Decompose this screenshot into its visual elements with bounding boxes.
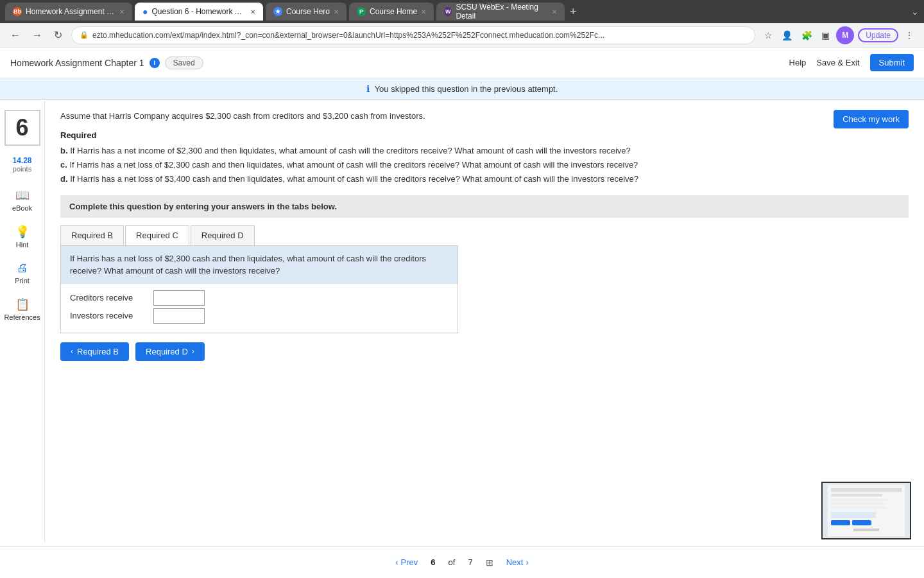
required-label: Required (60, 130, 909, 140)
thumbnail-preview (828, 485, 905, 536)
sidebar-toggle-icon[interactable]: ▣ (819, 28, 832, 43)
prev-tab-label: Required B (77, 347, 119, 356)
svg-rect-2 (831, 494, 882, 496)
part-d: d. If Harris has a net loss of $3,400 ca… (60, 172, 909, 186)
next-arrow-icon: › (192, 347, 194, 356)
svg-rect-8 (852, 520, 871, 525)
references-label: References (4, 313, 40, 321)
part-c: c. If Harris has a net loss of $2,300 ca… (60, 158, 909, 172)
info-icon[interactable]: i (150, 58, 160, 68)
prev-tab-button[interactable]: ‹ Required B (60, 342, 129, 361)
creditors-label: Creditors receive (70, 293, 153, 302)
tab1-close[interactable]: ✕ (119, 8, 124, 15)
back-button[interactable]: ← (8, 27, 23, 44)
notice-text: You skipped this question in the previou… (375, 84, 558, 94)
instruction-text: Complete this question by entering your … (69, 202, 337, 211)
svg-rect-4 (831, 503, 886, 505)
tab3-close[interactable]: ✕ (334, 8, 339, 15)
ebook-icon: 📖 (15, 188, 30, 202)
part-b: b. If Harris has a net income of $2,300 … (60, 144, 909, 158)
svg-rect-9 (853, 529, 879, 531)
tab3-icon: ★ (273, 7, 282, 16)
svg-rect-3 (831, 499, 889, 501)
tab-4[interactable]: P Course Home ✕ (349, 3, 434, 21)
print-label: Print (15, 277, 30, 285)
submit-button[interactable]: Submit (870, 54, 914, 71)
tabs-wrapper: Required B Required C Required D If Harr… (60, 225, 458, 333)
reload-button[interactable]: ↻ (51, 26, 65, 44)
question-parts: b. If Harris has a net income of $2,300 … (60, 144, 909, 186)
content-area: Check my work Assume that Harris Company… (45, 100, 924, 543)
corner-thumbnail (821, 482, 911, 539)
browser-chrome: Bb Homework Assignment Chapt... ✕ ● Ques… (0, 0, 924, 23)
help-link[interactable]: Help (789, 58, 807, 67)
profile-icon[interactable]: 👤 (779, 28, 795, 43)
investors-input[interactable] (153, 308, 205, 324)
ebook-tool[interactable]: 📖 eBook (3, 184, 42, 216)
investors-label: Investors receive (70, 311, 153, 320)
investors-row: Investors receive (70, 308, 449, 324)
tab4-label: Course Home (370, 7, 417, 16)
tabs-container: Required B Required C Required D (60, 225, 458, 246)
tab-1[interactable]: Bb Homework Assignment Chapt... ✕ (5, 3, 132, 21)
profile-button[interactable]: M (836, 26, 854, 44)
prev-arrow-icon: ‹ (71, 347, 73, 356)
tab2-close[interactable]: ✕ (250, 8, 255, 15)
tab-required-c[interactable]: Required C (125, 225, 189, 245)
menu-icon[interactable]: ⋮ (902, 28, 916, 43)
extensions-icon[interactable]: 🧩 (799, 28, 815, 43)
tabs-row: Required B Required C Required D (60, 225, 458, 245)
creditors-input[interactable] (153, 290, 205, 306)
page-total: 7 (468, 557, 472, 567)
question-number-box: 6 (4, 110, 40, 146)
question-number: 6 (15, 114, 28, 141)
prev-page-button[interactable]: ‹ Prev (395, 557, 418, 567)
saved-badge: Saved (165, 57, 203, 69)
save-exit-button[interactable]: Save & Exit (816, 58, 859, 67)
tab-3[interactable]: ★ Course Hero ✕ (266, 3, 346, 21)
ebook-label: eBook (12, 204, 32, 212)
prev-page-label: Prev (401, 557, 418, 567)
hint-icon: 💡 (15, 225, 30, 239)
tab5-label: SCSU WebEx - Meeting Detail (456, 3, 548, 21)
tab-overflow-button[interactable]: ⌄ (911, 6, 919, 17)
update-button[interactable]: Update (858, 28, 898, 42)
references-icon: 📋 (15, 297, 30, 311)
url-bar[interactable]: 🔒 ezto.mheducation.com/ext/map/index.htm… (71, 26, 755, 44)
svg-rect-1 (831, 488, 902, 492)
references-tool[interactable]: 📋 References (3, 293, 42, 325)
app-title: Homework Assignment Chapter 1 (10, 58, 144, 68)
check-work-button[interactable]: Check my work (834, 110, 909, 128)
next-page-button[interactable]: Next › (506, 557, 529, 567)
tab1-icon: Bb (13, 7, 22, 16)
tab-5[interactable]: W SCSU WebEx - Meeting Detail ✕ (436, 3, 565, 21)
app-header: Homework Assignment Chapter 1 i Saved He… (0, 48, 924, 78)
tab-2[interactable]: ● Question 6 - Homework Assig... ✕ (135, 3, 263, 21)
svg-rect-7 (831, 520, 850, 525)
tab-required-b[interactable]: Required B (60, 225, 124, 245)
hint-label: Hint (16, 241, 29, 249)
left-sidebar: 6 14.28 points 📖 eBook 💡 Hint 🖨 Print 📋 … (0, 100, 45, 543)
browser-actions: ☆ 👤 🧩 ▣ M Update ⋮ (762, 26, 916, 44)
main-layout: 6 14.28 points 📖 eBook 💡 Hint 🖨 Print 📋 … (0, 100, 924, 543)
question-intro: Assume that Harris Company acquires $2,3… (60, 110, 909, 123)
next-tab-button[interactable]: Required D › (135, 342, 205, 361)
print-tool[interactable]: 🖨 Print (3, 258, 42, 288)
tab5-close[interactable]: ✕ (552, 8, 557, 15)
address-bar: ← → ↻ 🔒 ezto.mheducation.com/ext/map/ind… (0, 23, 924, 48)
svg-rect-6 (831, 512, 876, 518)
notice-bar: ℹ You skipped this question in the previ… (0, 78, 924, 100)
new-tab-button[interactable]: + (570, 5, 577, 19)
grid-view-button[interactable]: ⊞ (486, 557, 493, 568)
forward-button[interactable]: → (30, 27, 45, 44)
app-header-left: Homework Assignment Chapter 1 i Saved (10, 57, 203, 69)
tab5-icon: W (444, 7, 452, 16)
tab1-label: Homework Assignment Chapt... (26, 7, 116, 16)
next-tab-label: Required D (146, 347, 188, 356)
bookmark-icon[interactable]: ☆ (762, 28, 775, 43)
tab2-icon: ● (142, 6, 148, 17)
tab4-close[interactable]: ✕ (421, 8, 426, 15)
tab2-label: Question 6 - Homework Assig... (151, 7, 246, 16)
tab-required-d[interactable]: Required D (191, 225, 255, 245)
hint-tool[interactable]: 💡 Hint (3, 221, 42, 252)
